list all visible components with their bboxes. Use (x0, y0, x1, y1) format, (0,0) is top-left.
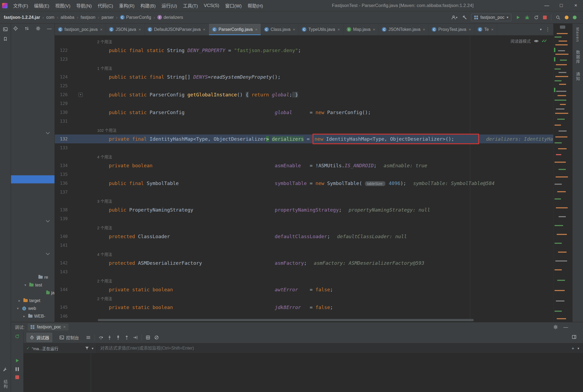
menu-n[interactable]: 导航(N) (73, 0, 95, 11)
menu-u[interactable]: 运行(U) (159, 0, 180, 11)
usage-count-hint[interactable]: 1 个用法 (97, 66, 112, 71)
tab-close-icon[interactable]: × (100, 27, 103, 32)
breadcrumb-item-fastjson-1.2.24.jar[interactable]: fastjson-1.2.24.jar (4, 15, 40, 20)
breadcrumb-item-parser[interactable]: parser (102, 15, 114, 20)
debug-button[interactable] (525, 15, 530, 20)
line-number[interactable]: 145 (55, 303, 68, 312)
tree-item-target[interactable]: ▸target (11, 297, 55, 304)
evaluate-expression-input[interactable] (96, 346, 572, 351)
menu-w[interactable]: 窗口(W) (222, 0, 245, 11)
breadcrumb-item-alibaba[interactable]: alibaba (60, 15, 74, 20)
line-number[interactable]: 124 (55, 72, 68, 81)
line-number[interactable]: 130 (55, 108, 68, 117)
line-number[interactable]: 123 (55, 55, 68, 64)
tab-close-icon[interactable]: × (373, 27, 375, 32)
debug-tab-控制台[interactable]: 控制台 (56, 333, 82, 342)
horizontal-scrollbar[interactable] (98, 319, 474, 321)
project-selected-item[interactable] (11, 175, 55, 183)
tab-options-button[interactable]: ⋮ (545, 27, 550, 32)
layout-settings-button[interactable] (572, 335, 577, 339)
tab-typeutils-java[interactable]: CTypeUtils.java× (299, 24, 343, 35)
session-status[interactable]: ✓ "ma...正在运行 ▾ (24, 343, 96, 353)
tab-close-icon[interactable]: × (255, 27, 258, 32)
pause-button[interactable] (16, 367, 19, 371)
build-button[interactable] (462, 15, 467, 20)
panel-settings-button[interactable] (36, 26, 41, 31)
scroll-chevron-icon[interactable] (45, 131, 50, 137)
line-number[interactable]: 138 (55, 205, 68, 214)
menu-b[interactable]: 构建(B) (137, 0, 159, 11)
line-number[interactable]: 141 (55, 241, 68, 250)
tab-close-icon[interactable]: × (139, 27, 141, 32)
tab-defaultjsonparser-java[interactable]: CDefaultJSONParser.java× (144, 24, 209, 35)
line-number[interactable]: 140 (55, 232, 68, 241)
menu-e[interactable]: 编辑(E) (31, 0, 52, 11)
maximize-button[interactable]: □ (554, 0, 568, 11)
line-number[interactable]: 144 (55, 285, 68, 294)
tab-close-icon[interactable]: × (469, 27, 471, 32)
usage-count-hint[interactable]: 3 个用法 (97, 199, 112, 204)
search-everywhere-button[interactable] (556, 15, 560, 20)
tool-stripe-maven[interactable]: Maven (575, 27, 580, 42)
line-number[interactable]: 136 (55, 179, 68, 188)
menu-f[interactable]: 文件(F) (10, 0, 31, 11)
line-number[interactable]: 134 (55, 161, 68, 170)
layout-menu-button[interactable] (86, 335, 91, 340)
debug-tab-调试器[interactable]: 调试器 (26, 333, 52, 342)
tree-item-test[interactable]: ▾test (11, 281, 55, 289)
tab-close-icon[interactable]: × (491, 27, 494, 32)
expand-evaluate-button[interactable]: ▾ (577, 346, 579, 351)
usage-count-hint[interactable]: 102 个用法 (97, 128, 117, 133)
rerun-button[interactable] (15, 334, 20, 339)
minimize-button[interactable]: — (539, 0, 554, 11)
scroll-chevron-icon[interactable] (45, 219, 50, 225)
step-out-button[interactable] (124, 335, 129, 340)
line-number[interactable]: 135 (55, 170, 68, 179)
run-to-cursor-button[interactable] (133, 335, 138, 340)
line-number[interactable]: 131 (55, 117, 68, 126)
tree-item-re[interactable]: re (11, 273, 55, 281)
add-watch-button[interactable]: + (572, 346, 574, 351)
debug-session-tab[interactable]: fastjson_poc × (28, 324, 68, 331)
line-number[interactable]: 125 (55, 81, 68, 90)
tree-item-ja[interactable]: ja (11, 289, 55, 297)
tool-stripe-通知[interactable]: 通知 (575, 72, 581, 81)
close-button[interactable]: × (568, 0, 583, 11)
tab-close-icon[interactable]: × (293, 27, 295, 32)
tool-stripe-project[interactable] (3, 37, 8, 41)
tab-close-icon[interactable]: × (338, 27, 340, 32)
tab-proxytest-java[interactable]: CProxyTest.java× (429, 24, 475, 35)
folded-region-icon[interactable]: + (78, 93, 83, 97)
menu-t[interactable]: 工具(T) (180, 0, 201, 11)
tool-stripe-structure[interactable]: 结构 (3, 380, 8, 389)
tab-jsontoken-java[interactable]: CJSONToken.java× (379, 24, 429, 35)
hidden-tabs-button[interactable]: ▾ (540, 28, 542, 31)
scroll-chevron-icon[interactable] (45, 252, 50, 257)
resume-button[interactable] (15, 358, 20, 363)
breadcrumb-item-derializers[interactable]: fderializers (157, 15, 183, 20)
menu-v[interactable]: 视图(V) (52, 0, 73, 11)
tool-stripe-数据库[interactable]: 数据库 (575, 50, 581, 64)
menu-r[interactable]: 重构(R) (116, 0, 137, 11)
menu-h[interactable]: 帮助(H) (245, 0, 266, 11)
breadcrumb-item-parserconfig[interactable]: CParserConfig (120, 15, 151, 20)
tab-close-icon[interactable]: × (203, 27, 205, 32)
view-breakpoints-button[interactable] (146, 335, 150, 340)
line-number[interactable]: 122 (55, 46, 68, 55)
usage-count-hint[interactable]: 2 个用法 (97, 40, 112, 44)
tab-json-java[interactable]: CJSON.java× (106, 24, 144, 35)
reader-mode-eye-icon[interactable] (534, 38, 539, 43)
tab-class-java[interactable]: CClass.java× (261, 24, 299, 35)
tab-map-java[interactable]: IMap.java× (343, 24, 379, 35)
line-number[interactable]: 146 (55, 312, 68, 321)
breadcrumb-item-fastjson[interactable]: fastjson (81, 15, 95, 20)
close-icon[interactable]: × (63, 325, 66, 329)
force-step-into-button[interactable] (116, 335, 121, 340)
usage-count-hint[interactable]: 4 个用法 (97, 155, 112, 159)
usage-count-hint[interactable]: 2 个用法 (97, 297, 112, 301)
breadcrumb-item-com[interactable]: com (46, 15, 54, 20)
tab-te[interactable]: CTe× (475, 24, 497, 35)
step-over-button[interactable] (99, 335, 103, 340)
filter-frames-button[interactable] (85, 346, 89, 351)
line-number[interactable]: 133 (55, 143, 68, 152)
